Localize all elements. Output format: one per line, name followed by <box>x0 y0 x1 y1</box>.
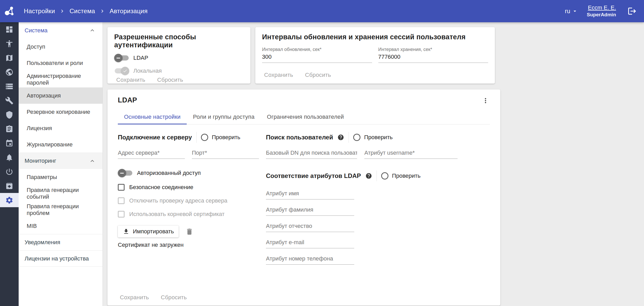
rail-item-dashboard[interactable] <box>0 22 19 36</box>
rail-item-archive[interactable] <box>0 179 19 193</box>
rail-item-power[interactable] <box>0 165 19 179</box>
chevron-right-icon <box>99 8 105 14</box>
auth-access-toggle[interactable] <box>118 169 133 177</box>
check-icon <box>123 69 127 73</box>
checkbox-icon <box>118 184 125 191</box>
topbar-right: ru Eccm E. E. SuperAdmin <box>565 4 644 18</box>
refresh-interval-input[interactable] <box>262 52 372 63</box>
rail-item-notifications[interactable] <box>0 150 19 165</box>
rail-item-person[interactable] <box>0 36 19 51</box>
certificate-import-row: Импортировать <box>118 226 266 237</box>
sidebar-item-mib[interactable]: MIB <box>19 218 103 234</box>
user-search-title: Поиск пользователей <box>266 134 333 141</box>
middle-name-attribute-input[interactable] <box>266 221 354 232</box>
rail-item-globe[interactable] <box>0 65 19 79</box>
language-selector[interactable]: ru <box>565 8 578 15</box>
sidebar-item-event-rules[interactable]: Правила генерации событий <box>19 185 103 201</box>
bell-icon <box>5 153 13 162</box>
vertical-divider <box>196 132 197 143</box>
ldap-card: LDAP Основные настройки Роли и группы до… <box>107 89 500 305</box>
app-logo[interactable] <box>0 5 19 17</box>
sidebar-section-device-licenses[interactable]: Лицензии на устройства <box>19 250 103 267</box>
sidebar-item-label: Доступ <box>27 43 45 50</box>
section-device-licenses-label: Лицензии на устройства <box>25 255 89 262</box>
sessions-save-button[interactable]: Сохранить <box>264 72 293 78</box>
username-attribute-input[interactable] <box>364 148 458 159</box>
map-icon <box>5 54 13 62</box>
delete-certificate-button[interactable] <box>185 228 193 236</box>
radio-icon <box>201 134 208 141</box>
attribute-mapping-help-button[interactable] <box>365 173 372 179</box>
kebab-menu-icon <box>482 97 489 105</box>
ldap-reset-button[interactable]: Сбросить <box>161 294 187 301</box>
sidebar-item-access[interactable]: Доступ <box>19 39 103 55</box>
email-attribute-input[interactable] <box>266 238 354 248</box>
secure-connection-checkbox[interactable]: Безопасное соединение <box>118 184 266 191</box>
sidebar-section-system[interactable]: Система <box>19 22 103 39</box>
user-search-help-button[interactable] <box>337 134 344 141</box>
tab-roles-groups[interactable]: Роли и группы доступа <box>187 109 261 124</box>
ldap-toggle[interactable] <box>114 54 129 62</box>
clipboard-icon <box>5 125 13 133</box>
port-input[interactable] <box>192 148 259 159</box>
sessions-fields: Интервал обновления, сек* Интервал хране… <box>262 47 488 63</box>
sidebar-item-backup[interactable]: Резервное копирование <box>19 104 103 120</box>
auth-methods-title: Разрешенные способы аутентификации <box>114 33 244 49</box>
sidebar-item-password-admin[interactable]: Администрирование паролей <box>19 71 103 87</box>
rail-item-scheduler[interactable] <box>0 136 19 150</box>
chevron-right-icon <box>59 8 65 14</box>
rail-item-settings[interactable] <box>0 193 19 207</box>
breadcrumb-system[interactable]: Система <box>69 8 95 15</box>
sidebar-item-parameters[interactable]: Параметры <box>19 169 103 185</box>
sidebar-section-notifications[interactable]: Уведомления <box>19 234 103 250</box>
rail-item-servers[interactable] <box>0 79 19 93</box>
user-name-link[interactable]: Eccm E. E. <box>588 4 616 12</box>
certificate-status: Сертификат не загружен <box>118 242 266 248</box>
auth-reset-button[interactable]: Сбросить <box>157 77 183 83</box>
user-role-label: SuperAdmin <box>587 12 616 18</box>
sidebar-item-problem-rules[interactable]: Правила генерации проблем <box>19 201 103 218</box>
breadcrumb-settings[interactable]: Настройки <box>24 8 55 15</box>
sidebar-item-authorization[interactable]: Авторизация <box>19 87 103 104</box>
server-address-input[interactable] <box>118 148 185 159</box>
logout-button[interactable] <box>627 6 637 16</box>
breadcrumb-authorization[interactable]: Авторизация <box>110 8 148 15</box>
storage-interval-input[interactable] <box>378 52 488 63</box>
sidebar-item-logging[interactable]: Журналирование <box>19 136 103 153</box>
first-name-attribute-input[interactable] <box>266 189 354 199</box>
rail-item-map[interactable] <box>0 51 19 65</box>
auth-access-toggle-row: Авторизованный доступ <box>118 169 266 177</box>
icon-rail <box>0 22 19 306</box>
ldap-more-options-button[interactable] <box>481 96 490 105</box>
sessions-reset-button[interactable]: Сбросить <box>305 72 331 78</box>
user-menu[interactable]: Eccm E. E. SuperAdmin <box>587 4 616 18</box>
last-name-attribute-input[interactable] <box>266 205 354 216</box>
sidebar-section-monitoring[interactable]: Мониторинг <box>19 153 103 169</box>
calendar-icon <box>5 139 13 147</box>
rail-item-tools[interactable] <box>0 93 19 108</box>
radio-icon <box>353 134 360 141</box>
user-search-header: Поиск пользователей Проверить <box>266 132 490 143</box>
sidebar-item-label: Параметры <box>27 174 57 181</box>
auth-save-button[interactable]: Сохранить <box>116 77 145 83</box>
check-mapping-radio[interactable]: Проверить <box>381 172 421 180</box>
dashboard-icon <box>5 25 13 34</box>
sidebar-item-label: Лицензия <box>27 125 52 132</box>
skip-address-check-label: Отключить проверку адреса сервера <box>129 197 227 204</box>
ldap-save-button[interactable]: Сохранить <box>120 294 149 301</box>
import-certificate-button[interactable]: Импортировать <box>118 226 179 237</box>
base-dn-input[interactable] <box>266 148 357 159</box>
sidebar-item-label: Журналирование <box>27 141 73 148</box>
phone-attribute-input[interactable] <box>266 254 354 265</box>
tab-basic-settings[interactable]: Основные настройки <box>118 109 187 124</box>
search-fields <box>266 148 490 159</box>
rail-item-security[interactable] <box>0 108 19 122</box>
logo-molecule-icon <box>3 5 15 17</box>
check-search-radio[interactable]: Проверить <box>353 134 393 141</box>
sidebar-item-users-roles[interactable]: Пользователи и роли <box>19 55 103 71</box>
sidebar-item-license[interactable]: Лицензия <box>19 120 103 136</box>
tab-user-restrictions[interactable]: Ограничения пользователей <box>261 109 350 124</box>
sessions-actions: Сохранить Сбросить <box>262 70 488 80</box>
rail-item-tasks[interactable] <box>0 122 19 136</box>
check-connection-radio[interactable]: Проверить <box>201 134 240 141</box>
